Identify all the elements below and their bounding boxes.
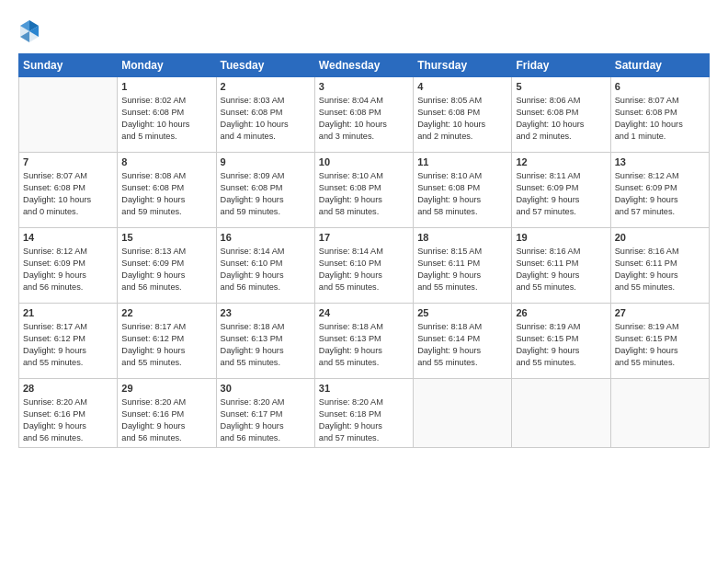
day-number: 14 [23, 231, 113, 245]
calendar-day-cell: 15Sunrise: 8:13 AMSunset: 6:09 PMDayligh… [118, 228, 216, 304]
calendar-day-cell: 26Sunrise: 8:19 AMSunset: 6:15 PMDayligh… [512, 304, 610, 379]
calendar-week-row: 14Sunrise: 8:12 AMSunset: 6:09 PMDayligh… [19, 228, 710, 304]
calendar-day-cell [512, 379, 610, 448]
day-number: 21 [23, 306, 113, 320]
day-number: 5 [516, 80, 606, 94]
day-number: 11 [417, 155, 507, 169]
calendar-day-cell: 28Sunrise: 8:20 AMSunset: 6:16 PMDayligh… [19, 379, 118, 448]
calendar-day-cell: 31Sunrise: 8:20 AMSunset: 6:18 PMDayligh… [314, 379, 413, 448]
page-container: SundayMondayTuesdayWednesdayThursdayFrid… [0, 0, 728, 563]
day-number: 8 [121, 155, 211, 169]
weekday-header-sunday: Sunday [19, 54, 118, 77]
header [18, 18, 710, 44]
calendar-day-cell: 7Sunrise: 8:07 AMSunset: 6:08 PMDaylight… [19, 153, 118, 228]
calendar-day-cell: 9Sunrise: 8:09 AMSunset: 6:08 PMDaylight… [216, 153, 314, 228]
calendar-day-cell: 17Sunrise: 8:14 AMSunset: 6:10 PMDayligh… [314, 228, 413, 304]
calendar-day-cell: 10Sunrise: 8:10 AMSunset: 6:08 PMDayligh… [314, 153, 413, 228]
calendar-day-cell: 19Sunrise: 8:16 AMSunset: 6:11 PMDayligh… [512, 228, 610, 304]
calendar-day-cell: 8Sunrise: 8:08 AMSunset: 6:08 PMDaylight… [118, 153, 216, 228]
calendar-day-cell: 12Sunrise: 8:11 AMSunset: 6:09 PMDayligh… [512, 153, 610, 228]
logo [18, 18, 44, 44]
weekday-header-monday: Monday [118, 54, 216, 77]
weekday-header-thursday: Thursday [414, 54, 512, 77]
logo-icon [18, 18, 40, 44]
calendar-day-cell: 14Sunrise: 8:12 AMSunset: 6:09 PMDayligh… [19, 228, 118, 304]
calendar-day-cell: 2Sunrise: 8:03 AMSunset: 6:08 PMDaylight… [216, 77, 314, 153]
day-number: 31 [319, 382, 409, 396]
calendar-day-cell: 4Sunrise: 8:05 AMSunset: 6:08 PMDaylight… [414, 77, 512, 153]
calendar-day-cell: 11Sunrise: 8:10 AMSunset: 6:08 PMDayligh… [414, 153, 512, 228]
calendar-day-cell: 23Sunrise: 8:18 AMSunset: 6:13 PMDayligh… [216, 304, 314, 379]
day-number: 3 [319, 80, 409, 94]
calendar-day-cell: 22Sunrise: 8:17 AMSunset: 6:12 PMDayligh… [118, 304, 216, 379]
day-number: 26 [516, 306, 606, 320]
day-number: 2 [221, 80, 311, 94]
day-number: 22 [121, 306, 211, 320]
day-number: 30 [221, 382, 311, 396]
calendar-week-row: 21Sunrise: 8:17 AMSunset: 6:12 PMDayligh… [19, 304, 710, 379]
day-number: 20 [615, 231, 705, 245]
day-number: 27 [615, 306, 705, 320]
calendar-day-cell: 29Sunrise: 8:20 AMSunset: 6:16 PMDayligh… [118, 379, 216, 448]
calendar-day-cell [610, 379, 709, 448]
day-number: 28 [23, 382, 113, 396]
day-number: 13 [615, 155, 705, 169]
day-number: 4 [417, 80, 507, 94]
day-number: 9 [221, 155, 311, 169]
calendar-day-cell: 16Sunrise: 8:14 AMSunset: 6:10 PMDayligh… [216, 228, 314, 304]
calendar-day-cell: 24Sunrise: 8:18 AMSunset: 6:13 PMDayligh… [314, 304, 413, 379]
day-number: 23 [221, 306, 311, 320]
calendar-header: SundayMondayTuesdayWednesdayThursdayFrid… [19, 54, 710, 77]
day-number: 18 [417, 231, 507, 245]
calendar-day-cell: 30Sunrise: 8:20 AMSunset: 6:17 PMDayligh… [216, 379, 314, 448]
day-number: 29 [121, 382, 211, 396]
day-number: 17 [319, 231, 409, 245]
weekday-header-saturday: Saturday [610, 54, 709, 77]
day-number: 7 [23, 155, 113, 169]
calendar-day-cell: 3Sunrise: 8:04 AMSunset: 6:08 PMDaylight… [314, 77, 413, 153]
calendar-day-cell: 1Sunrise: 8:02 AMSunset: 6:08 PMDaylight… [118, 77, 216, 153]
day-number: 12 [516, 155, 606, 169]
calendar-day-cell: 6Sunrise: 8:07 AMSunset: 6:08 PMDaylight… [610, 77, 709, 153]
weekday-header-wednesday: Wednesday [314, 54, 413, 77]
calendar-week-row: 28Sunrise: 8:20 AMSunset: 6:16 PMDayligh… [19, 379, 710, 448]
weekday-header-friday: Friday [512, 54, 610, 77]
calendar-day-cell: 21Sunrise: 8:17 AMSunset: 6:12 PMDayligh… [19, 304, 118, 379]
calendar-week-row: 7Sunrise: 8:07 AMSunset: 6:08 PMDaylight… [19, 153, 710, 228]
calendar-day-cell [414, 379, 512, 448]
day-number: 19 [516, 231, 606, 245]
day-number: 15 [121, 231, 211, 245]
calendar-day-cell: 20Sunrise: 8:16 AMSunset: 6:11 PMDayligh… [610, 228, 709, 304]
calendar-table: SundayMondayTuesdayWednesdayThursdayFrid… [18, 53, 710, 448]
calendar-day-cell: 13Sunrise: 8:12 AMSunset: 6:09 PMDayligh… [610, 153, 709, 228]
weekday-row: SundayMondayTuesdayWednesdayThursdayFrid… [19, 54, 710, 77]
day-number: 10 [319, 155, 409, 169]
calendar-week-row: 1Sunrise: 8:02 AMSunset: 6:08 PMDaylight… [19, 77, 710, 153]
calendar-day-cell: 27Sunrise: 8:19 AMSunset: 6:15 PMDayligh… [610, 304, 709, 379]
calendar-day-cell: 5Sunrise: 8:06 AMSunset: 6:08 PMDaylight… [512, 77, 610, 153]
day-number: 6 [615, 80, 705, 94]
day-number: 24 [319, 306, 409, 320]
calendar-day-cell: 18Sunrise: 8:15 AMSunset: 6:11 PMDayligh… [414, 228, 512, 304]
day-number: 25 [417, 306, 507, 320]
calendar-day-cell [19, 77, 118, 153]
day-number: 16 [221, 231, 311, 245]
weekday-header-tuesday: Tuesday [216, 54, 314, 77]
day-number: 1 [121, 80, 211, 94]
calendar-body: 1Sunrise: 8:02 AMSunset: 6:08 PMDaylight… [19, 77, 710, 448]
calendar-day-cell: 25Sunrise: 8:18 AMSunset: 6:14 PMDayligh… [414, 304, 512, 379]
